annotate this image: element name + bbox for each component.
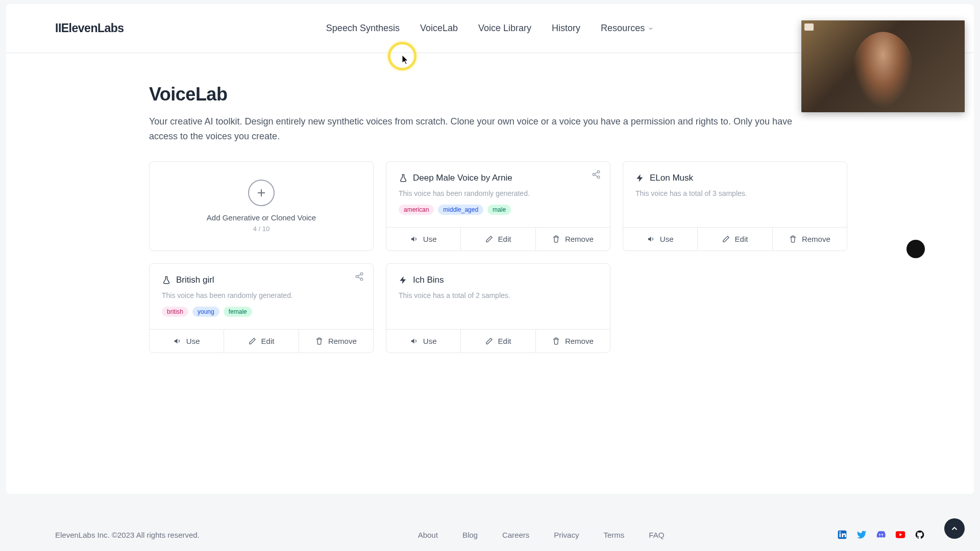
chevron-down-icon [648, 26, 654, 32]
remove-label: Remove [565, 337, 594, 345]
pencil-icon [485, 235, 493, 243]
use-button[interactable]: Use [623, 228, 698, 251]
nav-resources[interactable]: Resources [601, 23, 654, 34]
voice-tag: british [162, 307, 188, 317]
footer: ElevenLabs Inc. ©2023 All rights reserve… [6, 518, 974, 551]
voice-description: This voice has a total of 3 samples. [635, 189, 835, 197]
edit-button[interactable]: Edit [461, 330, 535, 353]
footer-copyright: ElevenLabs Inc. ©2023 All rights reserve… [55, 531, 200, 539]
chevron-up-icon [950, 524, 959, 533]
voice-name: Ich Bins [413, 275, 444, 285]
voice-description: This voice has been randomly generated. [162, 291, 361, 299]
svg-line-11 [358, 277, 360, 279]
footer-link-blog[interactable]: Blog [462, 531, 478, 539]
remove-button[interactable]: Remove [773, 228, 847, 251]
footer-link-careers[interactable]: Careers [502, 531, 529, 539]
remove-label: Remove [802, 235, 830, 243]
nav-history[interactable]: History [552, 23, 580, 34]
bolt-icon [399, 276, 408, 285]
svg-point-2 [597, 170, 600, 173]
flask-icon [399, 173, 408, 183]
svg-point-4 [597, 176, 600, 179]
logo[interactable]: IIElevenLabs [55, 21, 124, 35]
nav-voicelab[interactable]: VoiceLab [420, 23, 458, 34]
bolt-icon [635, 173, 645, 183]
voice-name: ELon Musk [650, 173, 693, 183]
flask-icon [162, 276, 171, 285]
footer-link-faq[interactable]: FAQ [649, 531, 664, 539]
voice-tags: britishyoungfemale [162, 307, 361, 317]
nav-voice-library[interactable]: Voice Library [478, 23, 531, 34]
voice-tag: male [487, 205, 511, 215]
use-label: Use [660, 235, 674, 243]
footer-links: About Blog Careers Privacy Terms FAQ [418, 531, 665, 539]
scroll-to-top-button[interactable] [944, 518, 965, 539]
use-button[interactable]: Use [386, 228, 461, 251]
edit-label: Edit [735, 235, 748, 243]
avatar[interactable] [906, 240, 925, 258]
remove-button[interactable]: Remove [536, 330, 610, 353]
github-icon[interactable] [915, 530, 925, 540]
edit-label: Edit [261, 337, 275, 345]
remove-label: Remove [328, 337, 357, 345]
use-button[interactable]: Use [386, 330, 461, 353]
nav: Speech Synthesis VoiceLab Voice Library … [326, 23, 654, 34]
voice-actions: Use Edit Remove [386, 329, 610, 353]
trash-icon [552, 235, 560, 243]
voice-tag: american [399, 205, 434, 215]
add-voice-label: Add Generative or Cloned Voice [207, 213, 316, 222]
voice-description: This voice has a total of 2 samples. [399, 291, 598, 299]
use-label: Use [423, 337, 437, 345]
footer-link-about[interactable]: About [418, 531, 438, 539]
remove-button[interactable]: Remove [299, 330, 373, 353]
svg-line-5 [595, 172, 597, 173]
share-button[interactable] [592, 170, 601, 181]
voice-actions: Use Edit Remove [386, 227, 610, 251]
youtube-icon[interactable] [895, 530, 905, 540]
voice-tag: young [192, 307, 219, 317]
edit-label: Edit [498, 337, 511, 345]
voice-actions: Use Edit Remove [150, 329, 373, 353]
voice-tag: female [224, 307, 252, 317]
discord-icon[interactable] [876, 530, 886, 540]
voice-tag: middle_aged [438, 205, 483, 215]
svg-rect-13 [840, 534, 841, 538]
trash-icon [552, 337, 560, 345]
nav-speech-synthesis[interactable]: Speech Synthesis [326, 23, 400, 34]
speaker-icon [410, 337, 418, 345]
use-button[interactable]: Use [150, 330, 224, 353]
nav-resources-label: Resources [601, 23, 645, 34]
svg-line-6 [595, 175, 597, 177]
plus-icon [248, 180, 275, 206]
voice-grid: Add Generative or Cloned Voice 4 / 10 De… [149, 161, 831, 353]
voice-name: Deep Male Voice by Arnie [413, 173, 512, 183]
footer-link-privacy[interactable]: Privacy [554, 531, 579, 539]
remove-button[interactable]: Remove [536, 228, 610, 251]
twitter-icon[interactable] [856, 530, 867, 540]
svg-point-3 [593, 173, 595, 176]
add-voice-card[interactable]: Add Generative or Cloned Voice 4 / 10 [149, 161, 374, 251]
edit-button[interactable]: Edit [224, 330, 299, 353]
pencil-icon [249, 337, 256, 345]
edit-button[interactable]: Edit [698, 228, 772, 251]
voice-card: Ich Bins This voice has a total of 2 sam… [386, 263, 610, 353]
svg-point-7 [360, 272, 363, 275]
footer-link-terms[interactable]: Terms [603, 531, 624, 539]
svg-point-9 [360, 278, 363, 281]
voice-tags: americanmiddle_agedmale [399, 205, 598, 215]
pencil-icon [485, 337, 493, 345]
svg-point-14 [839, 532, 841, 533]
remove-label: Remove [565, 235, 594, 243]
edit-button[interactable]: Edit [461, 228, 535, 251]
voice-card: ELon Musk This voice has a total of 3 sa… [623, 161, 847, 251]
share-button[interactable] [355, 272, 364, 283]
trash-icon [789, 235, 797, 243]
page-description: Your creative AI toolkit. Design entirel… [149, 114, 802, 144]
picture-in-picture-webcam[interactable] [801, 20, 965, 112]
add-voice-count: 4 / 10 [253, 225, 270, 233]
page-title: VoiceLab [149, 84, 831, 105]
voice-description: This voice has been randomly generated. [399, 189, 598, 197]
linkedin-icon[interactable] [837, 530, 847, 540]
svg-point-8 [356, 275, 358, 278]
speaker-icon [647, 235, 655, 243]
